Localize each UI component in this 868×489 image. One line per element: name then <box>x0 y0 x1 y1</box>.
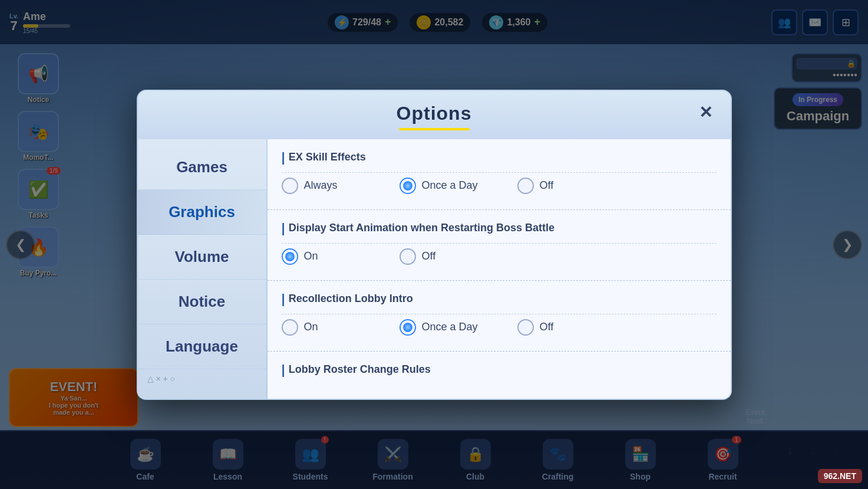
sidebar-item-games[interactable]: Games <box>138 145 266 190</box>
radio-on-3-label: On <box>304 321 318 333</box>
close-button[interactable]: ✕ <box>693 100 719 126</box>
start-animation-options: On Off <box>282 243 717 270</box>
radio-on-3[interactable] <box>282 319 298 336</box>
radio-off-3[interactable] <box>517 319 534 336</box>
options-content: EX Skill Effects Always Once a Day Of <box>268 139 731 399</box>
section-lobby-intro: Recollection Lobby Intro On Once a Day <box>268 281 731 352</box>
lobby-intro-options: On Once a Day Off <box>282 314 717 340</box>
roster-rules-title: Lobby Roster Change Rules <box>282 362 717 378</box>
dialog-header: Options ✕ <box>138 91 731 139</box>
radio-off-1[interactable] <box>517 178 534 194</box>
radio-always-label: Always <box>304 179 338 192</box>
section-start-animation: Display Start Animation when Restarting … <box>268 210 731 281</box>
radio-off-2-label: Off <box>422 250 436 262</box>
sidebar-item-notice[interactable]: Notice <box>138 280 266 324</box>
radio-once-a-day-label: Once a Day <box>422 179 478 192</box>
radio-always[interactable] <box>282 178 298 194</box>
section-ex-skill: EX Skill Effects Always Once a Day Of <box>268 139 731 210</box>
sidebar-item-volume[interactable]: Volume <box>138 235 266 280</box>
radio-on-2[interactable] <box>282 248 298 265</box>
options-dialog: Options ✕ Games Graphics Volume Notice <box>137 90 732 400</box>
options-sidebar: Games Graphics Volume Notice Language △ … <box>138 139 268 399</box>
ex-skill-options: Always Once a Day Off <box>282 172 717 199</box>
radio-off-2[interactable] <box>400 248 416 265</box>
lobby-once-a-day[interactable]: Once a Day <box>400 319 494 336</box>
ex-skill-title: EX Skill Effects <box>282 150 717 165</box>
lobby-off[interactable]: Off <box>517 319 612 336</box>
title-underline <box>399 128 470 130</box>
radio-once-a-day[interactable] <box>400 178 416 194</box>
ex-skill-off[interactable]: Off <box>517 178 612 194</box>
start-animation-title: Display Start Animation when Restarting … <box>282 221 717 236</box>
radio-off-1-label: Off <box>540 179 554 192</box>
dialog-title: Options <box>156 103 713 124</box>
sidebar-item-graphics[interactable]: Graphics <box>138 190 266 235</box>
watermark: 962.NET <box>818 469 862 483</box>
animation-on[interactable]: On <box>282 248 376 265</box>
radio-once-a-day-3[interactable] <box>400 319 416 336</box>
animation-off[interactable]: Off <box>400 248 494 265</box>
section-roster-rules: Lobby Roster Change Rules <box>268 352 731 395</box>
radio-once-a-day-3-label: Once a Day <box>422 321 478 333</box>
lobby-intro-title: Recollection Lobby Intro <box>282 291 717 307</box>
ex-skill-once-a-day[interactable]: Once a Day <box>400 178 494 194</box>
sidebar-item-language[interactable]: Language <box>138 324 266 369</box>
ex-skill-always[interactable]: Always <box>282 178 376 194</box>
dialog-footer-symbols: △ × + ○ <box>138 369 266 388</box>
lobby-on[interactable]: On <box>282 319 376 336</box>
dialog-body: Games Graphics Volume Notice Language △ … <box>138 139 731 399</box>
modal-overlay: Options ✕ Games Graphics Volume Notice <box>0 0 868 489</box>
radio-on-2-label: On <box>304 250 318 262</box>
radio-off-3-label: Off <box>540 321 554 333</box>
